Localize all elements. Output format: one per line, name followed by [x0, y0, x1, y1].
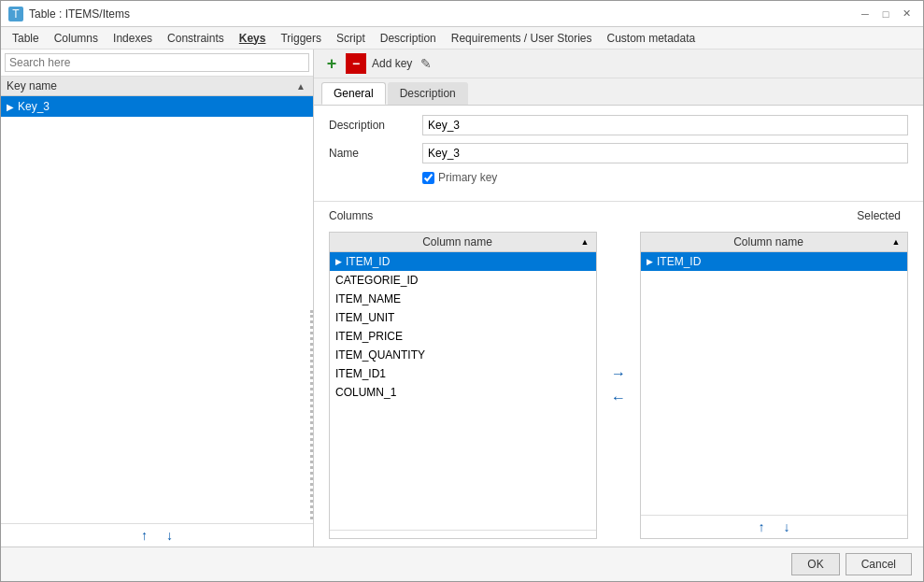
- available-columns-panel: Column name ▲ ▶ ITEM_ID CATEGORIE_ID: [329, 232, 597, 539]
- avail-col-scroll-up[interactable]: ▲: [579, 236, 590, 248]
- toolbar: + − Add key ✎: [314, 50, 923, 78]
- menu-constraints[interactable]: Constraints: [160, 29, 232, 48]
- left-panel: Key name ▲ ▶ Key_3 ↑ ↓: [1, 50, 314, 547]
- primary-key-row: Primary key: [329, 171, 908, 184]
- edit-key-button[interactable]: ✎: [416, 53, 436, 74]
- avail-col-item-item-quantity[interactable]: ITEM_QUANTITY: [330, 346, 596, 364]
- primary-key-label: Primary key: [438, 171, 497, 184]
- avail-col-footer: [330, 530, 596, 538]
- avail-col-item-item-name[interactable]: ITEM_NAME: [330, 290, 596, 308]
- description-label: Description: [329, 119, 422, 132]
- sel-col-footer: ↑ ↓: [641, 515, 907, 538]
- columns-area: Columns Selected Column name ▲ ▶: [314, 202, 923, 547]
- main-content: Key name ▲ ▶ Key_3 ↑ ↓ + − Add key: [1, 50, 923, 547]
- menu-table[interactable]: Table: [5, 29, 47, 48]
- name-input[interactable]: [422, 143, 908, 163]
- description-input[interactable]: [422, 115, 908, 135]
- columns-title: Columns: [329, 209, 373, 222]
- sel-col-item-item-id[interactable]: ▶ ITEM_ID: [641, 252, 907, 271]
- menu-keys[interactable]: Keys: [232, 29, 274, 48]
- sel-col-scroll-up[interactable]: ▲: [890, 236, 902, 248]
- remove-key-button[interactable]: −: [346, 53, 366, 74]
- menu-bar: Table Columns Indexes Constraints Keys T…: [1, 27, 923, 50]
- key-item-arrow: ▶: [7, 102, 14, 112]
- form-area: Description Name Primary key: [314, 106, 923, 202]
- move-right-button[interactable]: →: [608, 363, 629, 384]
- window-title: Table : ITEMS/Items: [29, 7, 850, 21]
- menu-custom-metadata[interactable]: Custom metadata: [600, 29, 704, 48]
- key-item-name: Key_3: [18, 100, 50, 113]
- key-move-up-button[interactable]: ↑: [141, 528, 148, 543]
- key-list-header: Key name ▲: [1, 77, 313, 96]
- window-controls: ─ □ ✕: [856, 6, 916, 22]
- minimize-button[interactable]: ─: [856, 6, 874, 22]
- primary-key-checkbox[interactable]: [422, 172, 434, 184]
- sel-col-move-up-button[interactable]: ↑: [759, 519, 765, 534]
- tab-general[interactable]: General: [321, 82, 386, 105]
- avail-col-item-item-id1[interactable]: ITEM_ID1: [330, 364, 596, 383]
- bottom-bar: OK Cancel: [1, 547, 923, 581]
- maximize-button[interactable]: □: [876, 6, 895, 22]
- avail-col-item-item-id[interactable]: ▶ ITEM_ID: [330, 252, 596, 271]
- columns-layout: Column name ▲ ▶ ITEM_ID CATEGORIE_ID: [329, 232, 908, 539]
- tab-bar: General Description: [314, 78, 923, 106]
- title-bar: T Table : ITEMS/Items ─ □ ✕: [1, 1, 923, 27]
- description-row: Description: [329, 115, 908, 135]
- ok-button[interactable]: OK: [791, 553, 839, 575]
- available-columns-list: ▶ ITEM_ID CATEGORIE_ID ITEM_NAME ITEM_UN…: [330, 252, 596, 530]
- close-button[interactable]: ✕: [897, 6, 916, 22]
- primary-key-checkbox-group: Primary key: [422, 171, 497, 184]
- move-arrow-controls: → ←: [604, 232, 633, 539]
- sel-col-move-down-button[interactable]: ↓: [784, 519, 790, 534]
- avail-col-item-item-unit[interactable]: ITEM_UNIT: [330, 308, 596, 327]
- menu-indexes[interactable]: Indexes: [106, 29, 160, 48]
- search-bar: [1, 50, 313, 77]
- avail-col-item-item-price[interactable]: ITEM_PRICE: [330, 327, 596, 346]
- avail-col-item-column1[interactable]: COLUMN_1: [330, 383, 596, 402]
- key-list-scroll-up[interactable]: ▲: [294, 79, 307, 92]
- key-move-down-button[interactable]: ↓: [166, 528, 173, 543]
- search-input[interactable]: [5, 53, 309, 72]
- key-list: ▶ Key_3: [1, 96, 313, 306]
- avail-col-arrow: ▶: [335, 257, 342, 266]
- tab-description[interactable]: Description: [388, 82, 468, 105]
- add-key-button[interactable]: +: [321, 53, 342, 74]
- main-window: T Table : ITEMS/Items ─ □ ✕ Table Column…: [0, 0, 924, 582]
- name-label: Name: [329, 147, 422, 160]
- selected-columns-list: ▶ ITEM_ID: [641, 252, 907, 515]
- cancel-button[interactable]: Cancel: [846, 553, 912, 575]
- menu-triggers[interactable]: Triggers: [273, 29, 329, 48]
- left-panel-footer: ↑ ↓: [1, 523, 313, 547]
- key-list-item[interactable]: ▶ Key_3: [1, 96, 313, 117]
- menu-script[interactable]: Script: [329, 29, 373, 48]
- menu-requirements[interactable]: Requirements / User Stories: [444, 29, 600, 48]
- selected-columns-header: Column name ▲: [641, 233, 907, 252]
- window-icon: T: [8, 7, 23, 21]
- add-key-label: Add key: [372, 57, 412, 70]
- sel-col-arrow: ▶: [647, 257, 653, 266]
- selected-columns-panel: Column name ▲ ▶ ITEM_ID ↑ ↓: [640, 232, 908, 539]
- right-panel: + − Add key ✎ General Description Descri…: [314, 50, 923, 547]
- available-columns-header: Column name ▲: [330, 233, 596, 252]
- name-row: Name: [329, 143, 908, 163]
- avail-col-item-categorie-id[interactable]: CATEGORIE_ID: [330, 271, 596, 290]
- selected-title: Selected: [857, 209, 901, 222]
- menu-columns[interactable]: Columns: [47, 29, 106, 48]
- move-left-button[interactable]: ←: [608, 388, 629, 408]
- menu-description[interactable]: Description: [373, 29, 444, 48]
